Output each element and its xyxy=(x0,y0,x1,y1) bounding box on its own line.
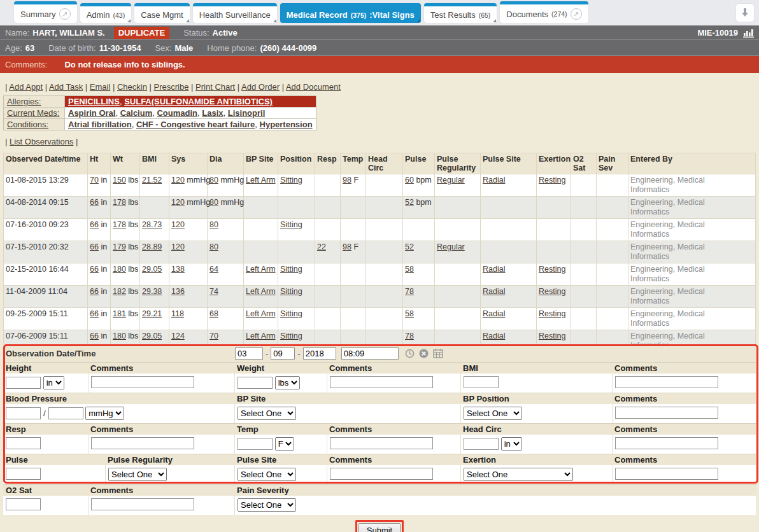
observation-value-link[interactable]: 66 xyxy=(90,242,99,251)
pulse-comments-input[interactable] xyxy=(330,468,433,480)
observation-value-link[interactable]: Resting xyxy=(539,332,565,340)
pain-severity-select[interactable]: Select One xyxy=(238,498,296,512)
clear-datetime-icon[interactable] xyxy=(419,349,429,358)
observation-value-link[interactable]: Sitting xyxy=(280,176,302,185)
action-link-email[interactable]: Email xyxy=(90,82,111,92)
resp-input[interactable] xyxy=(6,437,41,449)
observation-value-link[interactable]: 120 xyxy=(171,176,185,185)
pulse-regularity-select[interactable]: Select One xyxy=(108,468,167,481)
observation-value-link[interactable]: 138 xyxy=(171,265,185,274)
tab-case-mgmt[interactable]: Case Mgmt xyxy=(134,3,189,23)
summary-item-link[interactable]: Hypertension xyxy=(260,120,313,129)
observation-value-link[interactable]: Resting xyxy=(539,265,565,274)
summary-item-link[interactable]: Lasix xyxy=(202,108,223,118)
observation-value-link[interactable]: Radial xyxy=(483,332,505,340)
height-comments-input[interactable] xyxy=(91,376,194,388)
observation-value-link[interactable]: 66 xyxy=(90,332,99,340)
observation-value-link[interactable]: 52 xyxy=(405,198,414,207)
observation-value-link[interactable]: 66 xyxy=(90,198,99,207)
observation-value-link[interactable]: 80 xyxy=(209,176,218,185)
observation-value-link[interactable]: 178 xyxy=(113,220,126,229)
observation-value-link[interactable]: 181 xyxy=(113,309,126,318)
observation-value-link[interactable]: 68 xyxy=(209,309,218,318)
observation-value-link[interactable]: 29.21 xyxy=(142,309,162,318)
summary-item-link[interactable]: Atrial fibrillation xyxy=(68,120,132,129)
observation-value-link[interactable]: Left Arm xyxy=(246,332,276,340)
head-circ-unit-select[interactable]: in xyxy=(501,437,522,451)
temp-input[interactable] xyxy=(238,438,273,450)
observation-value-link[interactable]: 29.05 xyxy=(142,332,162,340)
observation-value-link[interactable]: 118 xyxy=(171,309,184,318)
observation-value-link[interactable]: 58 xyxy=(405,309,414,318)
summary-item-link[interactable]: Lisinopril xyxy=(228,108,266,118)
bmi-input[interactable] xyxy=(464,376,499,388)
tab-medical-record[interactable]: Medical Record(375):Vital Signs xyxy=(280,3,421,23)
summary-row-label-link[interactable]: Current Meds: xyxy=(7,108,59,118)
exertion-comments-input[interactable] xyxy=(615,468,718,480)
observation-value-link[interactable]: 66 xyxy=(90,265,99,274)
observation-value-link[interactable]: Left Arm xyxy=(246,287,276,296)
action-link-prescribe[interactable]: Prescribe xyxy=(154,82,189,92)
observation-value-link[interactable]: 179 xyxy=(113,242,126,251)
tab-documents[interactable]: Documents(274)↗ xyxy=(500,1,588,23)
observation-value-link[interactable]: 58 xyxy=(405,265,414,274)
tab-summary[interactable]: Summary↗ xyxy=(14,1,77,23)
observation-value-link[interactable]: 136 xyxy=(171,287,185,296)
summary-item-link[interactable]: PENICILLINS xyxy=(68,97,120,106)
observation-value-link[interactable]: 66 xyxy=(90,220,99,229)
bp-site-select[interactable]: Select One xyxy=(238,407,296,420)
observation-value-link[interactable]: 98 xyxy=(343,176,351,185)
bp-comments-input[interactable] xyxy=(615,407,718,419)
bar-chart-icon[interactable] xyxy=(743,28,754,38)
summary-item-link[interactable]: Calcium xyxy=(120,108,153,118)
observation-value-link[interactable]: 182 xyxy=(113,287,126,296)
o2-sat-comments-input[interactable] xyxy=(91,498,194,510)
observation-value-link[interactable]: 29.05 xyxy=(142,265,162,274)
summary-item-link[interactable]: CHF - Congestive heart failure xyxy=(136,120,255,129)
head-circ-comments-input[interactable] xyxy=(615,437,718,449)
observation-value-link[interactable]: 52 xyxy=(405,242,414,251)
observation-value-link[interactable]: 29.38 xyxy=(142,287,162,296)
date-month-input[interactable] xyxy=(235,347,263,360)
observation-value-link[interactable]: 120 xyxy=(171,198,185,207)
observation-value-link[interactable]: Regular xyxy=(437,242,465,251)
observation-value-link[interactable]: Regular xyxy=(437,176,465,185)
o2-sat-input[interactable] xyxy=(6,498,41,510)
bp-diastolic-input[interactable] xyxy=(48,407,83,419)
weight-comments-input[interactable] xyxy=(330,376,433,388)
observation-value-link[interactable]: 21.52 xyxy=(142,176,162,185)
weight-unit-select[interactable]: lbs xyxy=(275,376,300,389)
observation-value-link[interactable]: 28.89 xyxy=(142,242,162,251)
list-observations-link[interactable]: List Observations xyxy=(10,137,73,146)
tab-health-surveillance[interactable]: Health Surveillance xyxy=(193,3,277,23)
summary-item-link[interactable]: Coumadin xyxy=(157,108,197,118)
action-link-add-task[interactable]: Add Task xyxy=(49,82,83,92)
action-link-print-chart[interactable]: Print Chart xyxy=(195,82,235,92)
observation-value-link[interactable]: Sitting xyxy=(280,309,302,318)
bp-position-select[interactable]: Select One xyxy=(464,407,522,420)
summary-item-link[interactable]: SULFA(SULFONAMIDE ANTIBIOTICS) xyxy=(124,97,273,106)
height-unit-select[interactable]: in xyxy=(43,376,64,389)
tab-admin[interactable]: Admin(43) xyxy=(80,3,132,23)
observation-value-link[interactable]: 80 xyxy=(209,198,218,207)
observation-value-link[interactable]: Left Arm xyxy=(246,176,276,185)
observation-value-link[interactable]: 78 xyxy=(405,287,414,296)
action-link-add-order[interactable]: Add Order xyxy=(241,82,280,92)
observation-value-link[interactable]: 180 xyxy=(113,265,126,274)
observation-value-link[interactable]: Radial xyxy=(483,176,505,185)
pulse-input[interactable] xyxy=(6,468,41,480)
exertion-select[interactable]: Select One xyxy=(464,468,573,481)
action-link-checkin[interactable]: Checkin xyxy=(117,82,147,92)
observation-value-link[interactable]: 78 xyxy=(405,332,414,340)
observation-value-link[interactable]: 74 xyxy=(209,287,218,296)
observation-value-link[interactable]: 124 xyxy=(171,332,185,340)
resp-comments-input[interactable] xyxy=(91,437,194,449)
observation-value-link[interactable]: 120 xyxy=(171,220,185,229)
popout-icon[interactable]: ↗ xyxy=(59,8,71,20)
temp-unit-select[interactable]: F xyxy=(275,437,294,451)
height-input[interactable] xyxy=(6,377,41,389)
observation-value-link[interactable]: 70 xyxy=(209,332,218,340)
observation-value-link[interactable]: 64 xyxy=(209,265,218,274)
action-link-add-appt[interactable]: Add Appt xyxy=(9,82,43,92)
observation-value-link[interactable]: Left Arm xyxy=(246,309,276,318)
